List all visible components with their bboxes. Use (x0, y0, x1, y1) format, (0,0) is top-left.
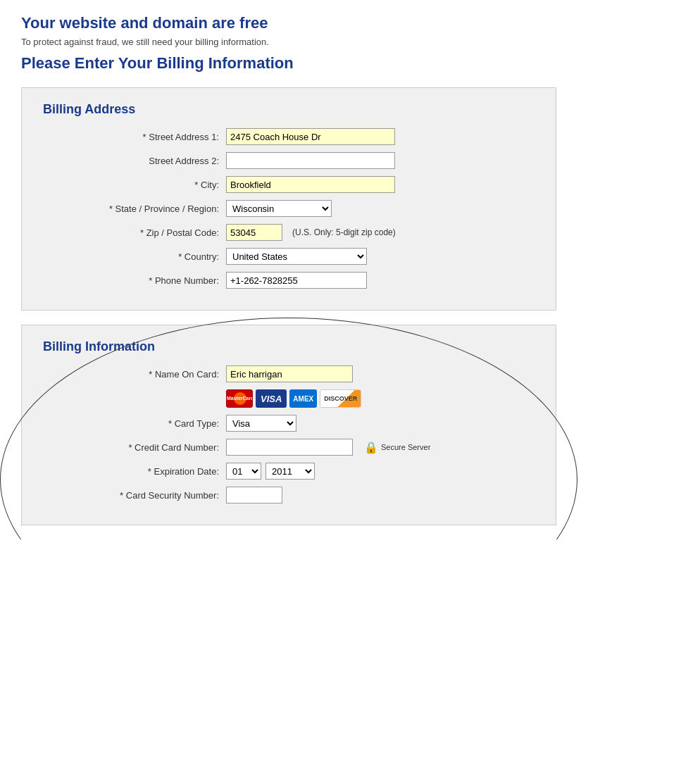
card-type-row: * Card Type: VisaMasterCardAmerican Expr… (43, 415, 535, 432)
phone-field (226, 272, 535, 289)
cvv-label: * Card Security Number: (43, 490, 226, 501)
name-card-input[interactable] (226, 365, 353, 382)
lock-icon: 🔒 (364, 441, 378, 454)
page-title: Your website and domain are free (21, 14, 679, 32)
street2-label: Street Address 2: (43, 156, 226, 166)
billing-info-section-label: Billing Information (43, 339, 535, 354)
amex-logo: AMEX (289, 389, 317, 408)
city-row: * City: (43, 176, 535, 193)
city-label: * City: (43, 180, 226, 190)
zip-hint: (U.S. Only: 5-digit zip code) (292, 227, 396, 237)
zip-field: (U.S. Only: 5-digit zip code) (226, 224, 535, 241)
street2-field (226, 152, 535, 169)
secure-server-badge: 🔒 Secure Server (364, 441, 430, 454)
expiry-row: * Expiration Date: 010203040506070809101… (43, 463, 535, 480)
street1-label: * Street Address 1: (43, 132, 226, 142)
phone-label: * Phone Number: (43, 275, 226, 286)
city-field (226, 176, 535, 193)
billing-info-ellipse-container: Billing Information * Name On Card: Mast… (21, 325, 556, 525)
street2-row: Street Address 2: (43, 152, 535, 169)
name-card-field (226, 365, 535, 382)
country-label: * Country: (43, 251, 226, 262)
expiry-label: * Expiration Date: (43, 466, 226, 477)
name-card-label: * Name On Card: (43, 369, 226, 380)
expiration-selects: 010203040506070809101112 201120122013201… (226, 463, 315, 480)
cvv-input[interactable] (226, 487, 282, 503)
state-label: * State / Province / Region: (43, 204, 226, 214)
mastercard-logo: MasterCard (226, 389, 253, 408)
billing-info-container: Billing Information * Name On Card: Mast… (21, 325, 556, 525)
cc-logos-row: MasterCard VISA AMEX DISCOVER (226, 389, 535, 408)
state-field: AlabamaAlaskaArizonaArkansasCaliforniaCo… (226, 200, 535, 217)
cc-number-field: 🔒 Secure Server (226, 439, 535, 456)
state-row: * State / Province / Region: AlabamaAlas… (43, 200, 535, 217)
country-select[interactable]: United StatesCanadaUnited KingdomAustral… (226, 248, 367, 265)
street1-field (226, 128, 535, 145)
country-row: * Country: United StatesCanadaUnited Kin… (43, 248, 535, 265)
secure-server-label: Secure Server (381, 443, 430, 451)
exp-year-select[interactable]: 2011201220132014201520162017201820192020 (265, 463, 315, 480)
name-card-row: * Name On Card: (43, 365, 535, 382)
zip-input[interactable] (226, 224, 282, 241)
expiry-field: 010203040506070809101112 201120122013201… (226, 463, 535, 480)
billing-address-container: Billing Address * Street Address 1: Stre… (21, 87, 556, 311)
cc-number-label: * Credit Card Number: (43, 442, 226, 453)
phone-row: * Phone Number: (43, 272, 535, 289)
exp-month-select[interactable]: 010203040506070809101112 (226, 463, 261, 480)
cc-number-input[interactable] (226, 439, 353, 456)
card-type-field: VisaMasterCardAmerican ExpressDiscover (226, 415, 535, 432)
zip-label: * Zip / Postal Code: (43, 227, 226, 238)
state-select[interactable]: AlabamaAlaskaArizonaArkansasCaliforniaCo… (226, 200, 332, 217)
cvv-row: * Card Security Number: (43, 487, 535, 503)
billing-address-section-label: Billing Address (43, 102, 535, 117)
street1-input[interactable] (226, 128, 395, 145)
cvv-field (226, 487, 535, 503)
cc-number-row: * Credit Card Number: 🔒 Secure Server (43, 439, 535, 456)
country-field: United StatesCanadaUnited KingdomAustral… (226, 248, 535, 265)
street1-row: * Street Address 1: (43, 128, 535, 145)
page-subtitle: To protect against fraud, we still need … (21, 37, 679, 47)
street2-input[interactable] (226, 152, 395, 169)
phone-input[interactable] (226, 272, 367, 289)
discover-logo: DISCOVER (320, 389, 361, 408)
card-type-select[interactable]: VisaMasterCardAmerican ExpressDiscover (226, 415, 296, 432)
card-type-label: * Card Type: (43, 418, 226, 429)
zip-row: * Zip / Postal Code: (U.S. Only: 5-digit… (43, 224, 535, 241)
visa-logo: VISA (256, 389, 287, 408)
billing-heading: Please Enter Your Billing Information (21, 54, 679, 73)
city-input[interactable] (226, 176, 395, 193)
